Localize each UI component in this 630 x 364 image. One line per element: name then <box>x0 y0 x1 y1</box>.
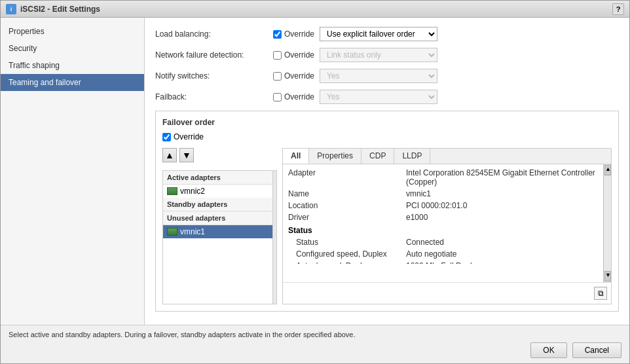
adapter-icon-vmnic2 <box>167 187 177 195</box>
configured-speed-key: Configured speed, Duplex <box>288 249 406 259</box>
actual-speed-val: 1000 Mb, Full Duplex <box>406 261 598 264</box>
failback-label: Failback: <box>155 92 273 101</box>
move-up-button[interactable]: ▲ <box>162 148 177 162</box>
tab-cdp[interactable]: CDP <box>361 149 394 164</box>
failover-override-checkbox[interactable] <box>162 133 171 141</box>
adapter-val: Intel Corporation 82545EM Gigabit Ethern… <box>406 168 598 187</box>
notify-switches-override: Override <box>273 71 314 81</box>
failback-select[interactable]: Yes <box>320 90 437 104</box>
sidebar: Properties Security Traffic shaping Team… <box>1 18 145 325</box>
list-spacer2 <box>163 251 272 264</box>
network-failure-checkbox[interactable] <box>273 51 282 60</box>
adapter-name-vmnic1: vmnic1 <box>180 227 205 236</box>
info-panel: All Properties CDP LLDP Adapter Intel Co… <box>282 148 612 304</box>
copy-row: ⧉ <box>283 282 611 304</box>
failback-checkbox[interactable] <box>273 93 282 101</box>
failback-override-label: Override <box>284 92 314 101</box>
list-item-vmnic1[interactable]: vmnic1 <box>163 225 272 238</box>
ok-button[interactable]: OK <box>530 342 566 358</box>
tab-all[interactable]: All <box>283 149 309 164</box>
info-panel-scrollbar[interactable]: ▲ ▼ <box>603 164 611 282</box>
main-window: i iSCSI2 - Edit Settings ? Properties Se… <box>0 0 630 364</box>
sidebar-item-security[interactable]: Security <box>1 40 144 57</box>
name-val: vmnic1 <box>406 189 598 198</box>
help-button[interactable]: ? <box>612 3 624 15</box>
notify-switches-checkbox[interactable] <box>273 72 282 81</box>
info-row-name: Name vmnic1 <box>288 189 598 198</box>
info-row-actual-speed: Actual speed, Duplex 1000 Mb, Full Duple… <box>288 261 598 264</box>
info-row-adapter: Adapter Intel Corporation 82545EM Gigabi… <box>288 168 598 187</box>
driver-val: e1000 <box>406 213 598 222</box>
titlebar-left: i iSCSI2 - Edit Settings <box>6 4 100 14</box>
notify-switches-dropdown-wrap: Yes <box>320 69 437 83</box>
status-val: Connected <box>406 238 598 247</box>
footer: Select active and standby adapters. Duri… <box>1 325 629 363</box>
actual-speed-key: Actual speed, Duplex <box>288 261 406 264</box>
adapter-list-scrollbar[interactable] <box>272 171 276 304</box>
scroll-up-arrow[interactable]: ▲ <box>604 165 611 175</box>
scroll-down-arrow[interactable]: ▼ <box>604 271 611 282</box>
failover-override-label: Override <box>174 132 204 141</box>
scroll-track <box>604 176 611 270</box>
copy-button[interactable]: ⧉ <box>594 287 607 300</box>
active-adapters-header: Active adapters <box>163 171 272 185</box>
move-down-button[interactable]: ▼ <box>179 148 194 162</box>
sidebar-item-traffic-shaping[interactable]: Traffic shaping <box>1 57 144 74</box>
list-spacer4 <box>163 278 272 291</box>
network-failure-label: Network failure detection: <box>155 50 273 60</box>
location-val: PCI 0000:02:01.0 <box>406 201 598 210</box>
main-panel: Load balancing: Override Use explicit fa… <box>145 18 629 325</box>
info-scroll-area: Adapter Intel Corporation 82545EM Gigabi… <box>283 164 611 282</box>
tab-properties[interactable]: Properties <box>309 149 361 164</box>
adapter-controls: ▲ ▼ Active adapters vmnic2 <box>162 148 277 304</box>
failover-override-row: Override <box>162 132 612 141</box>
failover-title: Failover order <box>162 118 612 127</box>
network-failure-override-label: Override <box>284 50 314 60</box>
network-failure-select[interactable]: Link status only <box>320 48 437 62</box>
notify-switches-row: Notify switches: Override Yes <box>155 69 619 83</box>
network-failure-override: Override <box>273 50 314 60</box>
footer-buttons: OK Cancel <box>9 342 621 358</box>
failback-row: Failback: Override Yes <box>155 90 619 104</box>
name-key: Name <box>288 189 406 198</box>
notify-switches-label: Notify switches: <box>155 71 273 81</box>
failover-section: Failover order Override ▲ ▼ <box>155 111 619 312</box>
load-balancing-label: Load balancing: <box>155 29 273 39</box>
arrow-buttons: ▲ ▼ <box>162 148 277 162</box>
info-row-configured-speed: Configured speed, Duplex Auto negotiate <box>288 249 598 259</box>
load-balancing-override-label: Override <box>284 29 314 39</box>
cancel-button[interactable]: Cancel <box>572 342 621 358</box>
status-key: Status <box>288 238 406 247</box>
adapter-name-vmnic2: vmnic2 <box>180 187 205 196</box>
notify-switches-override-label: Override <box>284 71 314 81</box>
load-balancing-row: Load balancing: Override Use explicit fa… <box>155 27 619 41</box>
window-title: iSCSI2 - Edit Settings <box>20 5 100 14</box>
network-failure-row: Network failure detection: Override Link… <box>155 48 619 62</box>
list-spacer5 <box>163 291 272 304</box>
standby-adapters-header: Standby adapters <box>163 198 272 211</box>
adapter-list-content: Active adapters vmnic2 Standby adapters … <box>163 171 272 304</box>
footer-note: Select active and standby adapters. Duri… <box>9 331 621 338</box>
configured-speed-val: Auto negotiate <box>406 249 598 259</box>
location-key: Location <box>288 201 406 210</box>
list-item-vmnic2[interactable]: vmnic2 <box>163 185 272 198</box>
sidebar-item-properties[interactable]: Properties <box>1 23 144 40</box>
info-row-status: Status Connected <box>288 238 598 247</box>
sidebar-item-teaming-failover[interactable]: Teaming and failover <box>1 74 144 91</box>
driver-key: Driver <box>288 213 406 222</box>
content-area: Properties Security Traffic shaping Team… <box>1 18 629 325</box>
unused-adapters-header: Unused adapters <box>163 211 272 225</box>
list-spacer3 <box>163 264 272 278</box>
failover-body: ▲ ▼ Active adapters vmnic2 <box>162 148 612 304</box>
notify-switches-select[interactable]: Yes <box>320 69 437 83</box>
titlebar: i iSCSI2 - Edit Settings ? <box>1 1 629 18</box>
failback-dropdown-wrap: Yes <box>320 90 437 104</box>
load-balancing-override: Override <box>273 29 314 39</box>
app-icon: i <box>6 4 16 14</box>
adapter-icon-vmnic1 <box>167 228 177 236</box>
load-balancing-select[interactable]: Use explicit failover order <box>320 27 437 41</box>
adapter-key: Adapter <box>288 168 406 187</box>
info-tabs: All Properties CDP LLDP <box>283 149 611 164</box>
tab-lldp[interactable]: LLDP <box>394 149 430 164</box>
load-balancing-checkbox[interactable] <box>273 30 282 39</box>
